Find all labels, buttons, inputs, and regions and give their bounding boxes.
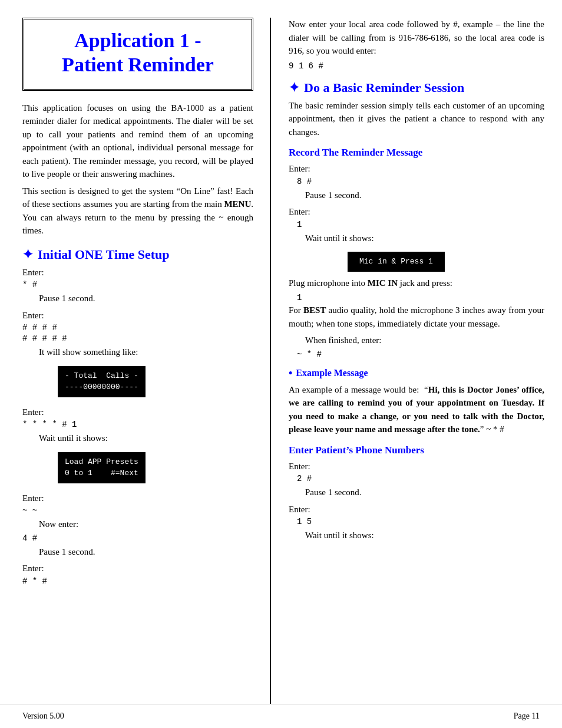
bullet-dot-1: • <box>289 367 292 380</box>
best-text: For BEST audio quality, hold the microph… <box>289 304 544 330</box>
example-text: An example of a message would be: “Hi, t… <box>289 383 544 436</box>
page-footer: Version 5.00 Page 11 <box>0 704 562 728</box>
code-7: # * # <box>22 577 253 586</box>
page: Application 1 - Patient Reminder This ap… <box>0 0 562 728</box>
subsection2-heading: Enter Patient’s Phone Numbers <box>289 444 544 456</box>
left-column: Application 1 - Patient Reminder This ap… <box>0 18 271 704</box>
enter-r2: Enter: <box>289 205 544 219</box>
will-show-1: It will show something like: <box>39 345 253 359</box>
code-2: # # # # <box>22 323 253 332</box>
section2-heading: ✦ Do a Basic Reminder Session <box>289 80 544 95</box>
footer-version: Version 5.00 <box>22 711 64 721</box>
now-enter-1: Now enter: <box>39 518 253 531</box>
wait-p1: Wait until it shows: <box>305 529 544 542</box>
title-line2: Patient Reminder <box>36 53 240 77</box>
screen-box-1: - Total Calls - ----00000000---- <box>58 366 146 397</box>
screen-box-r1: Mic in & Press 1 <box>348 252 445 272</box>
diamond-icon-1: ✦ <box>22 247 33 262</box>
code-r3: 1 <box>297 293 544 302</box>
area-code-text: Now enter your local area code followed … <box>289 18 544 58</box>
enter-label-4: Enter: <box>22 492 253 505</box>
section1-heading: ✦ Initial ONE Time Setup <box>22 247 253 262</box>
code-r2: 1 <box>297 220 544 229</box>
code-area: 9 1 6 # <box>289 61 544 71</box>
wait-label-1: Wait until it shows: <box>39 431 253 445</box>
finished-text: When finished, enter: <box>305 334 544 347</box>
enter-r1: Enter: <box>289 162 544 176</box>
bullet1-heading: • Example Message <box>289 367 544 380</box>
enter-label-5: Enter: <box>22 562 253 575</box>
footer-page: Page 11 <box>514 711 540 721</box>
enter-label-1: Enter: <box>22 266 253 279</box>
pause-r1: Pause 1 second. <box>305 189 544 202</box>
enter-label-3: Enter: <box>22 406 253 419</box>
section2-intro: The basic reminder session simply tells … <box>289 99 544 139</box>
screen-box-2: Load APP Presets 0 to 1 #=Next <box>58 452 146 483</box>
enter-label-2: Enter: <box>22 309 253 322</box>
code-3: # # # # # <box>22 334 253 343</box>
title-box: Application 1 - Patient Reminder <box>22 18 253 91</box>
code-5: ~ ~ <box>22 506 253 515</box>
pause-p1: Pause 1 second. <box>305 486 544 499</box>
code-r1: 8 # <box>297 177 544 186</box>
code-p1: 2 # <box>297 474 544 483</box>
code-1: * # <box>22 280 253 289</box>
enter-p2: Enter: <box>289 503 544 516</box>
code-6: 4 # <box>22 533 253 543</box>
code-4: * * * * # 1 <box>22 420 253 429</box>
diamond-icon-2: ✦ <box>289 80 299 95</box>
code-p2: 1 5 <box>297 517 544 526</box>
pause-2: Pause 1 second. <box>39 545 253 559</box>
intro-paragraph-2: This section is designed to get the syst… <box>22 185 253 238</box>
wait-r1: Wait until it shows: <box>305 232 544 245</box>
right-column: Now enter your local area code followed … <box>271 18 562 704</box>
enter-p1: Enter: <box>289 460 544 473</box>
subsection1-heading: Record The Reminder Message <box>289 147 544 159</box>
code-r4: ~ * # <box>297 350 544 359</box>
intro-paragraph-1: This application focuses on using the BA… <box>22 101 253 181</box>
plug-text: Plug microphone into MIC IN jack and pre… <box>289 276 544 290</box>
title-line1: Application 1 - <box>36 29 240 53</box>
pause-1: Pause 1 second. <box>39 292 253 305</box>
